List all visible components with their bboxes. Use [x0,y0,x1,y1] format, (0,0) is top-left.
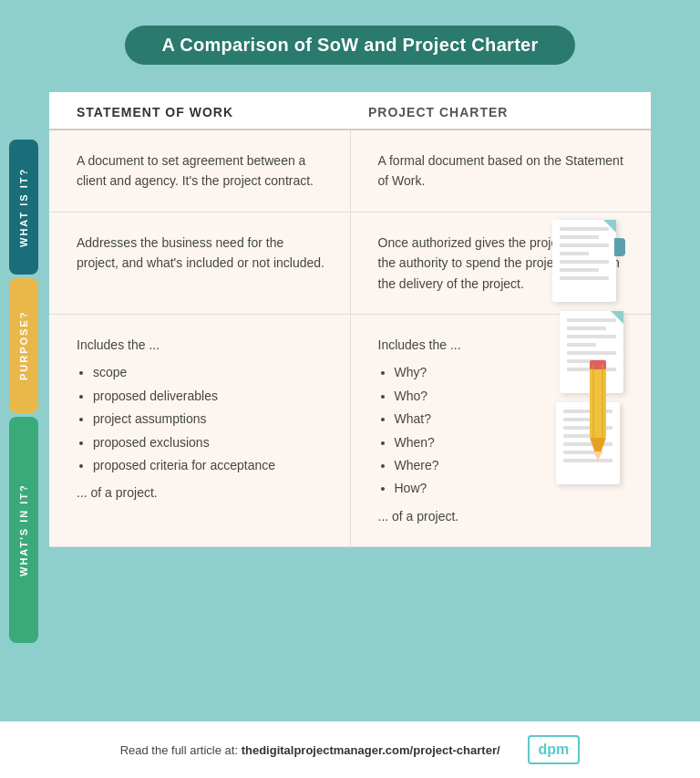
list-item: proposed exclusions [93,432,328,452]
row-label-purpose: PURPOSE? [9,278,38,413]
row-label-whats-in-it: WHAT'S IN IT? [9,417,38,643]
row-label-what-is-it: WHAT IS IT? [9,140,38,275]
title-banner: A Comparison of SoW and Project Charter [125,26,574,65]
charter-column-header: PROJECT CHARTER [350,92,651,130]
doc-line [567,327,606,330]
row3-col1-list: scope proposed deliverables project assu… [77,362,328,475]
table-wrapper: WHAT IS IT? PURPOSE? WHAT'S IN IT? STATE… [49,92,651,547]
doc-line [560,268,599,272]
table-row-1: A document to set agreement between a cl… [49,130,651,212]
dpm-logo: dpm [528,735,581,764]
list-item: project assumptions [93,409,328,429]
svg-rect-3 [590,360,606,369]
footer-url[interactable]: thedigitalprojectmanager.com/project-cha… [242,743,500,757]
row3-col1-suffix: ... of a project. [77,482,328,503]
doc-line [567,351,616,355]
table-header-row: STATEMENT OF WORK PROJECT CHARTER [49,92,651,130]
footer-read-text: Read the full article at: thedigitalproj… [120,743,500,757]
doc-line [560,244,609,247]
svg-rect-0 [590,365,606,438]
pencil-svg [573,356,623,474]
list-item: proposed criteria for acceptance [93,455,328,475]
doc-line [560,235,599,239]
svg-marker-2 [593,451,602,461]
row3-col2-suffix: ... of a project. [378,506,630,526]
doc-line [567,335,616,338]
row1-col2: A formal document based on the Statement… [350,130,651,212]
row3-col1-includes: Includes the ... [77,335,328,355]
row2-col1: Addresses the business need for the proj… [49,212,350,314]
pencil-decoration [573,356,623,474]
doc-line [560,276,609,280]
footer: Read the full article at: thedigitalproj… [0,721,700,778]
row-labels: WHAT IS IT? PURPOSE? WHAT'S IN IT? [9,140,38,643]
doc-line [567,318,616,322]
main-container: A Comparison of SoW and Project Charter … [0,0,700,778]
footer-read-label: Read the full article at: [120,743,238,757]
list-item: scope [93,362,328,382]
doc-line [560,227,609,231]
doc-page-1 [552,220,616,302]
row1-col1: A document to set agreement between a cl… [49,130,350,212]
row3-col1: Includes the ... scope proposed delivera… [49,314,350,546]
doc-line [560,260,609,264]
sow-column-header: STATEMENT OF WORK [49,92,350,130]
main-title: A Comparison of SoW and Project Charter [161,35,538,55]
doc-line [567,343,596,347]
doc-line [560,252,589,255]
list-item: proposed deliverables [93,386,328,406]
